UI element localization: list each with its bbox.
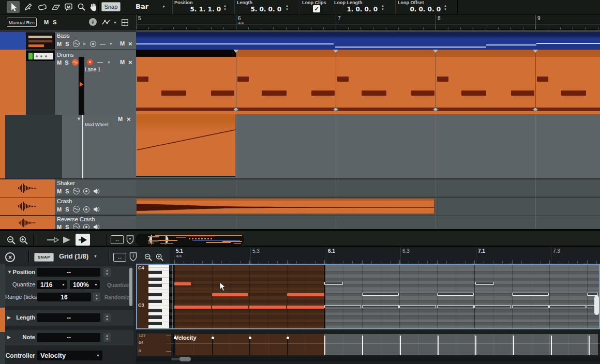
midi-note[interactable] (287, 293, 324, 296)
arrangement-overview[interactable] (136, 234, 244, 246)
mute-button[interactable]: M (57, 59, 62, 66)
ghost-midi-note[interactable] (362, 293, 399, 296)
pencil-tool-button[interactable] (22, 1, 35, 13)
loop-offset-stepper[interactable]: ▲▼ (444, 4, 447, 11)
close-icon[interactable]: × (128, 58, 132, 66)
velocity-stem[interactable] (287, 338, 288, 355)
bass-track-header[interactable]: Bass M S ▶ — ▼ M × (0, 32, 136, 50)
ghost-midi-note[interactable] (475, 282, 494, 285)
close-icon[interactable]: × (128, 40, 132, 48)
ghost-midi-note[interactable] (512, 305, 549, 308)
speaker-icon[interactable] (93, 224, 100, 230)
velocity-stem[interactable] (249, 338, 250, 355)
velocity-stem[interactable] (212, 338, 213, 355)
panel-scrollbar[interactable] (129, 268, 132, 306)
record-arm-icon[interactable] (87, 59, 93, 65)
velocity-ghost-stem[interactable] (362, 336, 363, 355)
timeline-ruler[interactable]: 564/4789 (136, 14, 600, 30)
track-mute-right[interactable]: M (120, 59, 125, 65)
manual-rec-button[interactable]: Manual Rec (7, 18, 37, 27)
ghost-midi-note[interactable] (362, 305, 399, 308)
solo-button[interactable]: S (65, 41, 69, 47)
piano-roll-grid[interactable] (172, 265, 600, 328)
play-marker-icon[interactable] (62, 236, 71, 244)
ghost-midi-note[interactable] (399, 305, 436, 308)
length-stepper[interactable]: ▲▼ (286, 4, 289, 11)
range-ticks-stepper[interactable]: ▲▼ (93, 293, 100, 301)
ghost-midi-note[interactable] (549, 305, 586, 308)
expand-arrow-icon[interactable]: ▶ (83, 41, 86, 46)
midi-note[interactable] (249, 306, 286, 309)
velocity-gray-region[interactable] (324, 334, 598, 355)
speaker-icon[interactable] (93, 206, 100, 213)
velocity-stem-dot[interactable] (174, 337, 176, 339)
caret-down-icon[interactable]: ▼ (107, 60, 111, 64)
drums-clip[interactable] (336, 50, 436, 111)
marker-tool-button[interactable]: M (62, 1, 75, 13)
editor-fit-button[interactable]: ↔ (113, 253, 126, 262)
drums-clip[interactable] (535, 50, 600, 111)
quantize-strength-dropdown[interactable]: 100% ▼ (70, 280, 100, 289)
position-stepper[interactable]: ▲▼ (223, 4, 227, 11)
velocity-ghost-stem[interactable] (513, 336, 514, 355)
drums-instrument-thumbnail[interactable] (26, 51, 55, 61)
track-name[interactable]: Reverse Crash (57, 216, 95, 222)
clip-loop-handle[interactable] (233, 50, 238, 53)
grid-view-icon[interactable] (122, 19, 128, 26)
record-arm-icon[interactable] (83, 224, 89, 230)
editor-ruler[interactable]: 5.14/45.36.16.37.17.3 (170, 247, 600, 264)
range-ticks-field[interactable]: 16 (37, 293, 91, 301)
crash-audio-clip[interactable] (136, 199, 434, 214)
ghost-midi-note[interactable] (324, 282, 343, 285)
automation-curve-icon[interactable] (102, 19, 111, 25)
track-mute-right[interactable]: M (120, 40, 125, 47)
add-track-button[interactable]: + (89, 18, 97, 26)
tack-marker-icon[interactable] (47, 237, 59, 242)
ghost-midi-note[interactable] (437, 305, 474, 308)
play-from-marker-button[interactable] (76, 234, 90, 246)
snap-toggle-button[interactable]: Snap (101, 2, 121, 11)
midi-note[interactable] (287, 306, 324, 309)
eraser-tool-button[interactable] (36, 1, 49, 13)
position-value-stepper[interactable]: ▲▼ (103, 268, 111, 277)
caret-down-icon[interactable]: ▼ (109, 42, 113, 46)
editor-horizontal-scrollbar[interactable] (136, 357, 600, 361)
solo-button[interactable]: S (65, 206, 69, 213)
automation-wave-icon[interactable] (73, 223, 80, 229)
controller-dropdown[interactable]: Velocity ▼ (37, 351, 102, 360)
editor-zoom-in-icon[interactable] (155, 253, 164, 262)
track-name[interactable]: Crash (57, 198, 72, 204)
close-icon[interactable]: × (127, 115, 131, 123)
scrollbar-thumb[interactable] (179, 357, 191, 361)
master-mute-button[interactable]: M (44, 19, 49, 25)
velocity-ghost-stem[interactable] (324, 336, 325, 355)
length-value-stepper[interactable]: ▲▼ (103, 313, 111, 322)
velocity-ghost-stem[interactable] (589, 336, 590, 355)
timebase-dropdown[interactable]: Bar ▼ (136, 3, 166, 10)
automation-curve[interactable] (136, 114, 235, 177)
drums-clip[interactable] (136, 50, 236, 111)
solo-button[interactable]: S (65, 188, 69, 194)
bass-instrument-thumbnail[interactable] (26, 33, 55, 49)
solo-button[interactable]: S (65, 224, 69, 230)
ghost-midi-note[interactable] (437, 293, 474, 296)
note-value-field[interactable]: -- (37, 333, 100, 342)
collapse-arrow-icon[interactable]: ▼ (77, 116, 81, 122)
bass-clip[interactable] (136, 32, 600, 50)
mute-button[interactable]: M (57, 188, 62, 194)
mute-button[interactable]: M (57, 41, 62, 47)
zoom-in-icon[interactable] (19, 235, 28, 245)
velocity-ghost-stem[interactable] (551, 336, 552, 355)
close-editor-button[interactable]: × (5, 252, 15, 262)
ghost-midi-note[interactable] (474, 305, 511, 308)
automation-wave-icon[interactable] (72, 59, 79, 66)
drums-clip[interactable] (436, 50, 535, 111)
crash-track-header[interactable]: Crash M S (0, 197, 136, 216)
velocity-stem-dot[interactable] (249, 337, 251, 339)
length-value-field[interactable]: -- (37, 313, 100, 322)
editor-snap-button[interactable]: SNAP (34, 253, 54, 262)
velocity-grid[interactable]: Velocity (171, 333, 600, 356)
drums-clip[interactable] (236, 50, 336, 111)
fit-to-width-button[interactable]: ↔ (111, 235, 124, 244)
editor-vertical-scrollbar[interactable] (594, 296, 599, 315)
